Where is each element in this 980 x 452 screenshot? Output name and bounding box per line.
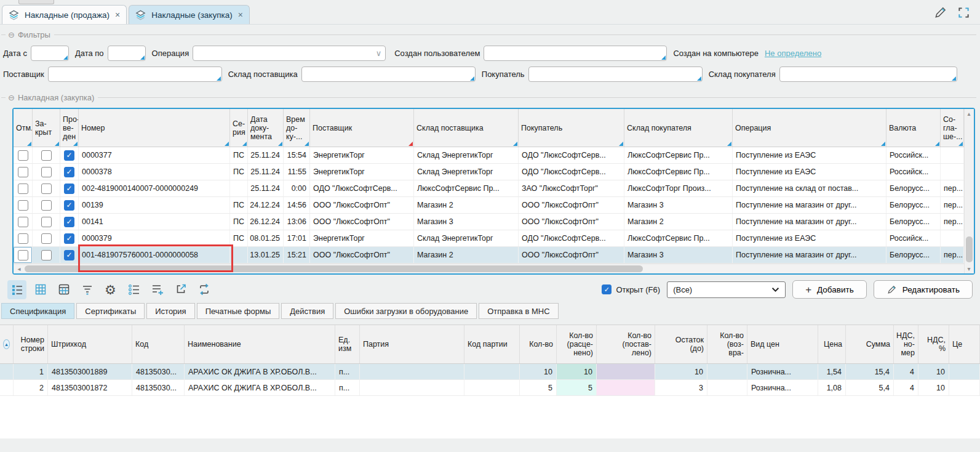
spec-row[interactable]: 2481350300187248135030...АРАХИС ОК ДЖИГА… bbox=[0, 380, 980, 396]
table-columns-view-icon[interactable] bbox=[54, 280, 73, 299]
column-header-operation[interactable]: Операция bbox=[733, 109, 886, 147]
filter-corner-icon[interactable] bbox=[727, 142, 731, 146]
horizontal-scrollbar[interactable]: ◂ bbox=[14, 264, 964, 273]
operation-select[interactable]: ∨ bbox=[193, 46, 386, 61]
spec-column-header-batch_code[interactable]: Код партии bbox=[464, 325, 520, 363]
spec-column-header-price_kind[interactable]: Вид цен bbox=[747, 325, 818, 363]
filter-corner-icon[interactable] bbox=[225, 142, 229, 146]
date-from-input[interactable] bbox=[31, 46, 69, 61]
marked-checkbox[interactable] bbox=[18, 217, 28, 227]
column-header-marked[interactable]: Отм. bbox=[14, 109, 33, 147]
column-header-date[interactable]: Дата доку- мента bbox=[248, 109, 284, 147]
spec-column-header-qty_returned[interactable]: Кол-во (воз- вра- bbox=[707, 325, 747, 363]
fullscreen-icon[interactable] bbox=[957, 6, 970, 21]
tab-invoices-purchase[interactable]: Накладные (закупка) × bbox=[129, 5, 250, 24]
column-header-closed[interactable]: За- крыт bbox=[33, 109, 60, 147]
detail-tab-5[interactable]: Ошибки загрузки в оборудование bbox=[335, 303, 477, 319]
closed-checkbox[interactable] bbox=[41, 184, 52, 194]
posted-checkbox[interactable]: ✓ bbox=[64, 200, 74, 211]
close-icon[interactable]: × bbox=[238, 10, 243, 20]
spec-column-header-sort[interactable]: ▴ bbox=[0, 325, 14, 363]
marked-checkbox[interactable] bbox=[18, 250, 28, 260]
spec-column-header-name[interactable]: Наименование bbox=[185, 325, 335, 363]
posted-checkbox[interactable]: ✓ bbox=[64, 184, 74, 194]
marked-checkbox[interactable] bbox=[18, 150, 28, 161]
column-header-posted[interactable]: Про- ве- ден bbox=[60, 109, 79, 147]
column-header-series[interactable]: Се- рия bbox=[230, 109, 248, 147]
posted-checkbox[interactable]: ✓ bbox=[64, 250, 74, 260]
settings-gear-icon[interactable]: ⚙ bbox=[101, 280, 120, 299]
marked-checkbox[interactable] bbox=[18, 233, 28, 244]
filter-corner-icon[interactable] bbox=[242, 142, 247, 146]
detail-tab-2[interactable]: История bbox=[146, 303, 194, 319]
detail-tab-1[interactable]: Сертификаты bbox=[76, 303, 145, 319]
spec-column-header-qty_delivered[interactable]: Кол-во (постав- лено) bbox=[597, 325, 655, 363]
spec-column-header-vat_percent[interactable]: НДС, % bbox=[918, 325, 949, 363]
created-user-input[interactable] bbox=[484, 46, 667, 61]
scroll-down-icon[interactable]: ▾ bbox=[965, 265, 973, 272]
date-to-input[interactable] bbox=[108, 46, 146, 61]
add-button[interactable]: + Добавить bbox=[792, 280, 867, 299]
filter-corner-red-icon[interactable] bbox=[408, 142, 413, 146]
column-header-number[interactable]: Номер bbox=[79, 109, 230, 147]
spec-column-header-tse[interactable]: Це bbox=[949, 325, 980, 363]
spec-column-header-qty[interactable]: Кол-во bbox=[520, 325, 557, 363]
spec-column-header-sum[interactable]: Сумма bbox=[846, 325, 894, 363]
created-computer-link[interactable]: Не определено bbox=[765, 49, 821, 58]
scroll-up-icon[interactable]: ▴ bbox=[965, 110, 973, 117]
spec-column-header-batch[interactable]: Партия bbox=[360, 325, 464, 363]
filter-corner-icon[interactable] bbox=[881, 142, 885, 146]
edit-pencil-icon[interactable] bbox=[933, 6, 947, 22]
spec-row[interactable]: 1481350300188948135030...АРАХИС ОК ДЖИГА… bbox=[0, 364, 980, 380]
tab-invoices-sale[interactable]: Накладные (продажа) × bbox=[2, 5, 127, 24]
spec-column-header-code[interactable]: Код bbox=[132, 325, 185, 363]
numbered-list-icon[interactable] bbox=[124, 280, 143, 299]
posted-checkbox[interactable]: ✓ bbox=[64, 167, 74, 177]
column-header-supplier_store[interactable]: Склад поставщика bbox=[414, 109, 519, 147]
collapse-icon[interactable]: ⊖ bbox=[8, 93, 15, 102]
detail-tab-4[interactable]: Действия bbox=[281, 303, 333, 319]
scroll-left-icon[interactable]: ◂ bbox=[15, 265, 23, 272]
filter-corner-icon[interactable] bbox=[305, 142, 309, 146]
filter-corner-icon[interactable] bbox=[27, 142, 31, 146]
filter-corner-icon[interactable] bbox=[958, 142, 963, 146]
column-header-buyer[interactable]: Покупатель bbox=[519, 109, 624, 147]
marked-checkbox[interactable] bbox=[18, 167, 28, 177]
column-header-agreement[interactable]: Со- гла- ше-... bbox=[941, 109, 964, 147]
closed-checkbox[interactable] bbox=[41, 250, 52, 260]
spec-column-header-barcode[interactable]: Штрихкод bbox=[48, 325, 132, 363]
filter-corner-icon[interactable] bbox=[55, 142, 59, 146]
invoice-row[interactable]: ✓001-4819075760001-000000005813.01.2515:… bbox=[14, 247, 964, 264]
invoice-row[interactable]: ✓00139ПС24.12.2414:56ООО "ЛюксСофтОпт"Ма… bbox=[14, 197, 964, 214]
detail-tab-3[interactable]: Печатные формы bbox=[197, 303, 280, 319]
grid-view-icon[interactable] bbox=[31, 280, 50, 299]
vertical-scrollbar[interactable]: ▴ ▾ bbox=[964, 109, 974, 273]
closed-checkbox[interactable] bbox=[41, 167, 52, 177]
add-row-icon[interactable] bbox=[148, 280, 167, 299]
marked-checkbox[interactable] bbox=[18, 200, 28, 211]
filter-select[interactable]: (Все) bbox=[667, 281, 786, 298]
filter-corner-icon[interactable] bbox=[513, 142, 517, 146]
spec-column-header-qty_priced[interactable]: Кол-во (расце- нено) bbox=[557, 325, 597, 363]
supplier-store-input[interactable] bbox=[301, 67, 476, 82]
sort-ascending-icon[interactable]: ▴ bbox=[3, 339, 10, 349]
filter-icon[interactable] bbox=[78, 280, 97, 299]
detail-tab-0[interactable]: Спецификация bbox=[1, 303, 74, 319]
supplier-input[interactable] bbox=[48, 67, 222, 82]
buyer-input[interactable] bbox=[528, 67, 703, 82]
posted-checkbox[interactable]: ✓ bbox=[64, 233, 74, 244]
marked-checkbox[interactable] bbox=[18, 184, 28, 194]
closed-checkbox[interactable] bbox=[41, 150, 52, 161]
invoice-row[interactable]: ✓0000379ПС08.01.2517:01ЭнергетикТоргСкла… bbox=[14, 230, 964, 247]
closed-checkbox[interactable] bbox=[41, 233, 52, 244]
posted-checkbox[interactable]: ✓ bbox=[64, 150, 74, 161]
list-view-icon[interactable] bbox=[7, 280, 26, 299]
open-external-icon[interactable] bbox=[171, 280, 190, 299]
spec-column-header-price[interactable]: Цена bbox=[818, 325, 846, 363]
spec-column-header-line[interactable]: Номер строки bbox=[14, 325, 48, 363]
detail-tab-6[interactable]: Отправка в МНС bbox=[479, 303, 558, 319]
invoice-row[interactable]: ✓0000378ПС25.11.2411:55ЭнергетикТоргСкла… bbox=[14, 164, 964, 180]
scrollbar-thumb[interactable] bbox=[25, 265, 643, 272]
filter-corner-icon[interactable] bbox=[935, 142, 939, 146]
invoice-row[interactable]: ✓002-4819000140007-000000024925.11.240:0… bbox=[14, 180, 964, 197]
